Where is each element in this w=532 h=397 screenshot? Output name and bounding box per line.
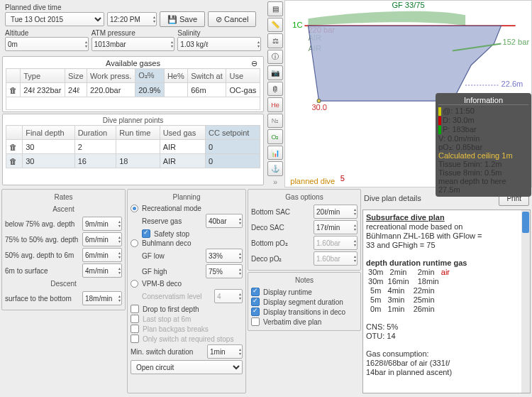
svg-text:30.0: 30.0 xyxy=(311,103,327,112)
ascent-rate-2[interactable] xyxy=(82,232,122,246)
gases-table: TypeSizeWork press.O₂%He%Switch atUse 🗑2… xyxy=(6,68,260,110)
gfhigh-input[interactable] xyxy=(206,264,243,278)
points-table: Final depthDurationRun timeUsed gasCC se… xyxy=(6,125,260,168)
conservatism-input xyxy=(214,289,243,303)
he-icon[interactable]: He xyxy=(267,97,283,112)
onlyswitch-chk xyxy=(131,335,139,343)
rec-mode-radio[interactable] xyxy=(131,205,138,212)
svg-text:5: 5 xyxy=(340,174,345,183)
dive-profile-chart[interactable]: GF 33/75 1C 220 bar AIR AIR 152 bar 22.6… xyxy=(284,0,532,187)
disp-segment-chk[interactable] xyxy=(251,298,260,306)
scroll-thumb[interactable] xyxy=(522,212,529,233)
gflow-input[interactable] xyxy=(206,249,243,263)
table-row[interactable]: 🗑301618AIR0 xyxy=(6,154,260,168)
ascent-title: Ascent xyxy=(5,205,122,214)
svg-text:1C: 1C xyxy=(292,21,302,29)
last6-chk xyxy=(131,315,139,323)
svg-text:planned dive: planned dive xyxy=(290,177,335,185)
backgas-chk xyxy=(131,325,139,333)
remove-gas-icon[interactable]: ⊖ xyxy=(251,59,257,68)
svg-text:22.6m: 22.6m xyxy=(501,80,523,88)
table-row[interactable]: 🗑302AIR0 xyxy=(6,140,260,154)
trash-icon[interactable]: 🗑 xyxy=(6,154,23,168)
expand-icon[interactable]: » xyxy=(273,178,277,186)
profile-icon[interactable]: ▤ xyxy=(267,1,283,16)
planned-time-label: Planned dive time xyxy=(5,4,261,11)
salinity-input[interactable] xyxy=(177,37,261,51)
save-icon: 💾 xyxy=(167,15,177,24)
rates-title: Rates xyxy=(5,192,122,202)
safety-stop-chk[interactable] xyxy=(142,229,150,238)
date-select[interactable]: Tue 13 Oct 2015 xyxy=(5,12,104,26)
atm-label: ATM pressure xyxy=(92,29,175,37)
cancel-button[interactable]: ⊘Cancel xyxy=(208,11,256,27)
buhlmann-radio[interactable] xyxy=(131,239,138,247)
n2-icon[interactable]: N₂ xyxy=(267,114,283,129)
planning-title: Planning xyxy=(131,192,243,202)
svg-point-8 xyxy=(317,99,321,103)
save-button[interactable]: 💾Save xyxy=(160,11,205,27)
cancel-icon: ⊘ xyxy=(216,15,222,24)
salinity-label: Salinity xyxy=(177,29,261,37)
reserve-gas-input[interactable] xyxy=(206,214,243,228)
table-row[interactable]: 🗑24ℓ 232bar24ℓ220.0bar20.9%66mOC-gas xyxy=(6,83,260,97)
svg-text:152 bar: 152 bar xyxy=(503,38,530,46)
gases-title: Available gases⊖ xyxy=(6,58,260,68)
scale-icon[interactable]: ⚖ xyxy=(267,33,283,48)
tank-icon[interactable]: 🛢 xyxy=(267,82,283,97)
atm-input[interactable] xyxy=(92,37,175,51)
deco-po2-input xyxy=(314,251,358,266)
bottom-po2-input xyxy=(314,236,358,250)
drop-first-chk[interactable] xyxy=(131,305,139,313)
info-icon[interactable]: ⓘ xyxy=(267,50,283,65)
bottom-sac-input[interactable] xyxy=(314,205,358,219)
scrollbar[interactable] xyxy=(521,210,530,393)
disp-runtime-chk[interactable] xyxy=(251,288,260,296)
ascent-rate-4[interactable] xyxy=(82,263,122,278)
minswitch-input[interactable] xyxy=(207,344,243,359)
info-popup: Information @: 11:50 D: 30.0m P: 183bar … xyxy=(436,93,531,197)
descent-title: Descent xyxy=(5,279,122,288)
altitude-label: Altitude xyxy=(5,29,89,37)
trash-icon[interactable]: 🗑 xyxy=(6,83,21,97)
altitude-input[interactable] xyxy=(5,37,89,51)
vpmb-radio[interactable] xyxy=(131,280,138,288)
camera-icon[interactable]: 📷 xyxy=(267,65,283,80)
verbatim-chk[interactable] xyxy=(251,317,260,326)
ascent-rate-1[interactable] xyxy=(82,217,122,231)
gasopt-title: Gas options xyxy=(251,192,358,202)
descent-rate[interactable] xyxy=(82,291,122,305)
trash-icon[interactable]: 🗑 xyxy=(6,140,23,154)
deco-sac-input[interactable] xyxy=(314,220,358,234)
dive-plan-output[interactable]: Subsurface dive plan recreational mode b… xyxy=(362,210,531,393)
time-input[interactable] xyxy=(107,12,157,26)
ruler-icon[interactable]: 📏 xyxy=(267,18,283,33)
o2-icon[interactable]: O₂ xyxy=(267,129,283,144)
weight-icon[interactable]: ⚓ xyxy=(267,161,283,176)
disp-trans-chk[interactable] xyxy=(251,308,260,316)
notes-title: Notes xyxy=(251,276,358,285)
circuit-select[interactable]: Open circuit xyxy=(131,360,243,374)
graph-icon[interactable]: 📊 xyxy=(267,146,283,161)
svg-text:GF 33/75: GF 33/75 xyxy=(392,1,424,9)
points-title: Dive planner points xyxy=(6,116,260,125)
ascent-rate-3[interactable] xyxy=(82,248,122,262)
details-title: Dive plan details xyxy=(364,194,421,202)
